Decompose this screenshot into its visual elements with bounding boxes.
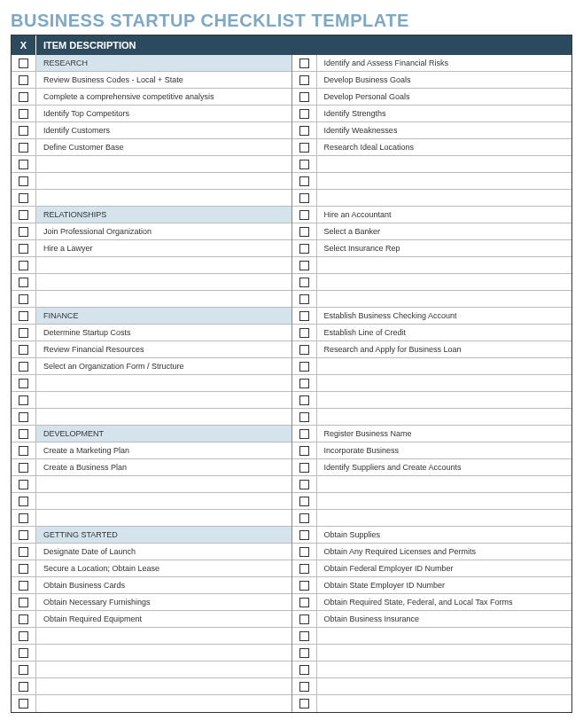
checkbox[interactable] [19, 109, 28, 119]
checkbox[interactable] [299, 126, 309, 136]
checkbox[interactable] [299, 530, 309, 540]
checkbox[interactable] [299, 345, 309, 355]
checkbox[interactable] [19, 143, 28, 153]
checkbox[interactable] [299, 564, 309, 574]
checkbox[interactable] [19, 446, 28, 456]
checkbox[interactable] [299, 547, 309, 557]
checkbox[interactable] [19, 345, 28, 355]
checkbox[interactable] [299, 682, 309, 692]
checkbox[interactable] [19, 480, 28, 489]
checkbox[interactable] [19, 59, 28, 68]
checkbox[interactable] [19, 176, 28, 186]
section-header: FINANCE [36, 308, 292, 324]
item-label [317, 678, 572, 694]
checkbox-cell [292, 527, 317, 543]
checkbox[interactable] [299, 75, 309, 85]
item-label [317, 628, 572, 644]
checkbox[interactable] [299, 648, 309, 658]
checkbox[interactable] [19, 126, 28, 136]
checkbox[interactable] [19, 463, 28, 473]
checkbox[interactable] [299, 59, 309, 68]
checkbox[interactable] [19, 530, 28, 540]
checkbox[interactable] [19, 429, 28, 439]
checkbox[interactable] [299, 598, 309, 607]
checkbox[interactable] [299, 412, 309, 422]
checkbox[interactable] [19, 193, 28, 203]
checkbox[interactable] [19, 278, 28, 287]
checkbox[interactable] [299, 429, 309, 439]
checkbox[interactable] [299, 446, 309, 456]
checkbox[interactable] [299, 109, 309, 119]
checkbox[interactable] [19, 294, 28, 304]
item-label: Develop Business Goals [317, 72, 572, 88]
checkbox[interactable] [299, 143, 309, 153]
checkbox[interactable] [19, 412, 28, 422]
checkbox-cell [12, 106, 36, 121]
table-row [292, 375, 572, 392]
item-label [36, 291, 292, 307]
checkbox[interactable] [299, 699, 309, 708]
checkbox[interactable] [19, 160, 28, 169]
checkbox-cell [292, 89, 317, 105]
checkbox[interactable] [19, 581, 28, 591]
checkbox[interactable] [19, 564, 28, 574]
checkbox[interactable] [19, 362, 28, 372]
checkbox[interactable] [299, 665, 309, 675]
checkbox[interactable] [19, 311, 28, 321]
table-row: Research and Apply for Business Loan [292, 341, 572, 358]
checkbox[interactable] [299, 278, 309, 287]
checkbox[interactable] [19, 699, 28, 708]
checkbox[interactable] [299, 244, 309, 254]
checkbox[interactable] [19, 75, 28, 85]
checkbox[interactable] [299, 362, 309, 372]
checkbox[interactable] [19, 210, 28, 220]
checkbox-cell [292, 628, 317, 644]
table-row [292, 493, 572, 510]
checkbox[interactable] [299, 193, 309, 203]
checkbox[interactable] [19, 244, 28, 254]
checkbox[interactable] [299, 513, 309, 523]
checkbox-cell [12, 510, 36, 526]
checkbox[interactable] [19, 648, 28, 658]
checkbox[interactable] [299, 497, 309, 506]
checkbox[interactable] [19, 682, 28, 692]
checkbox-cell [12, 661, 36, 677]
checkbox[interactable] [299, 261, 309, 270]
checkbox[interactable] [19, 328, 28, 338]
checkbox[interactable] [299, 160, 309, 169]
checkbox[interactable] [19, 497, 28, 506]
table-row [12, 257, 292, 274]
checkbox[interactable] [299, 176, 309, 186]
checkbox[interactable] [19, 227, 28, 237]
checkbox[interactable] [299, 581, 309, 591]
checkbox[interactable] [19, 513, 28, 523]
checkbox[interactable] [19, 631, 28, 641]
checkbox[interactable] [299, 480, 309, 489]
checkbox[interactable] [19, 614, 28, 624]
item-label: Select a Banker [317, 223, 572, 239]
checkbox[interactable] [299, 210, 309, 220]
header-x: X [12, 35, 36, 55]
checkbox[interactable] [299, 463, 309, 473]
checkbox[interactable] [299, 328, 309, 338]
checkbox[interactable] [19, 395, 28, 405]
checkbox[interactable] [19, 261, 28, 270]
checkbox[interactable] [299, 379, 309, 388]
checkbox[interactable] [19, 547, 28, 557]
checkbox[interactable] [299, 631, 309, 641]
checkbox[interactable] [299, 311, 309, 321]
checkbox[interactable] [299, 294, 309, 304]
checkbox-cell [292, 72, 317, 88]
table-row [12, 695, 292, 712]
checkbox[interactable] [19, 665, 28, 675]
checkbox[interactable] [19, 598, 28, 607]
checkbox-cell [12, 645, 36, 661]
checkbox[interactable] [299, 92, 309, 102]
checkbox[interactable] [299, 395, 309, 405]
checkbox[interactable] [19, 379, 28, 388]
table-row: Hire a Lawyer [12, 240, 292, 257]
checkbox[interactable] [299, 227, 309, 237]
checkbox[interactable] [19, 92, 28, 102]
checkbox[interactable] [299, 614, 309, 624]
item-label: Designate Date of Launch [36, 544, 292, 560]
